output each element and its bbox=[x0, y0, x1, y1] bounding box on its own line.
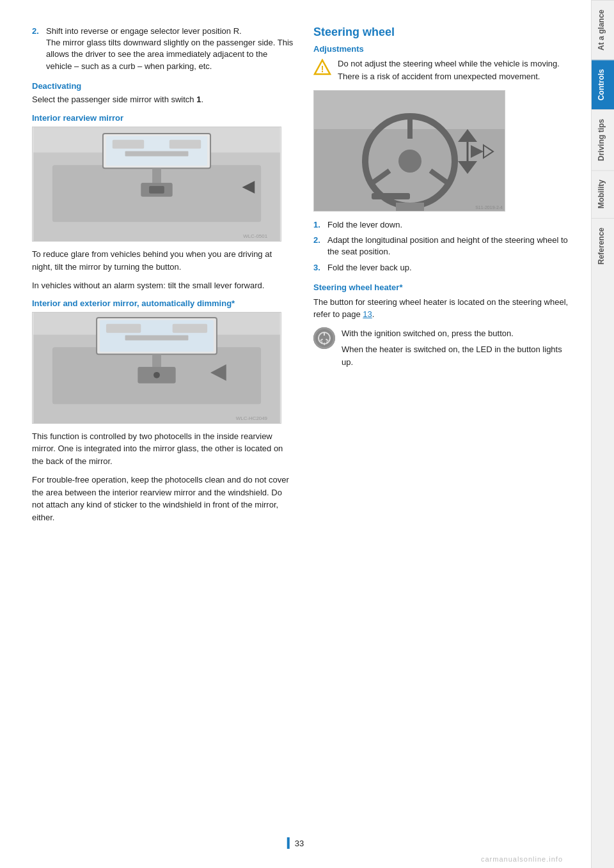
svg-text:S11-2019-2-4: S11-2019-2-4 bbox=[475, 205, 503, 210]
step-2-num: 2. bbox=[32, 26, 42, 72]
auto-dimming-text2: For trouble-free operation, keep the pho… bbox=[32, 474, 294, 523]
sidebar-tab-at-a-glance[interactable]: At a glance bbox=[592, 0, 614, 59]
heater-step1-text: With the ignition switched on, press the… bbox=[342, 327, 572, 340]
step-1: 1. Fold the lever down. bbox=[313, 219, 572, 231]
deactivating-section: Deactivating Select the passenger side m… bbox=[32, 81, 294, 106]
page-footer: 33 bbox=[287, 837, 304, 849]
svg-rect-18 bbox=[106, 324, 141, 333]
heater-button-icon bbox=[313, 327, 335, 349]
steering-wheel-heading: Steering wheel bbox=[313, 26, 572, 39]
watermark: carmanualsonline.info bbox=[481, 855, 563, 863]
warning-icon: ! bbox=[313, 59, 331, 77]
interior-mirror-heading: Interior rearview mirror bbox=[32, 113, 294, 123]
interior-mirror-text1: To reduce glare from vehicles behind you… bbox=[32, 248, 294, 273]
svg-rect-6 bbox=[169, 140, 201, 149]
svg-point-23 bbox=[154, 372, 160, 378]
left-column: 2. Shift into reverse or engage selector… bbox=[32, 26, 294, 842]
svg-point-34 bbox=[398, 150, 421, 173]
warning-box: ! Do not adjust the steering wheel while… bbox=[313, 58, 572, 82]
svg-rect-20 bbox=[125, 335, 189, 340]
deactivating-heading: Deactivating bbox=[32, 81, 294, 91]
deactivating-text: Select the passenger side mirror with sw… bbox=[32, 93, 294, 106]
svg-text:WLC-HC2049: WLC-HC2049 bbox=[236, 415, 268, 421]
heater-page-link[interactable]: 13 bbox=[363, 309, 372, 319]
heater-text1-post: . bbox=[372, 309, 375, 319]
sidebar-tab-mobility[interactable]: Mobility bbox=[592, 170, 614, 217]
sidebar-tab-reference[interactable]: Reference bbox=[592, 218, 614, 274]
svg-rect-21 bbox=[152, 354, 161, 368]
step-2: 2. Adapt the longitudinal position and h… bbox=[313, 235, 572, 258]
svg-rect-19 bbox=[173, 324, 207, 333]
warning-text: Do not adjust the steering wheel while t… bbox=[338, 58, 572, 82]
svg-text:WLC-0501: WLC-0501 bbox=[243, 233, 267, 239]
auto-dimming-svg: WLC-HC2049 bbox=[33, 313, 281, 423]
step-3-text: Fold the lever back up. bbox=[327, 262, 412, 274]
auto-dimming-heading: Interior and exterior mirror, automatica… bbox=[32, 298, 294, 308]
heater-instruction-box: With the ignition switched on, press the… bbox=[313, 327, 572, 375]
svg-rect-5 bbox=[113, 140, 144, 149]
heater-instructions: With the ignition switched on, press the… bbox=[342, 327, 572, 375]
deactivating-text-post: . bbox=[201, 95, 203, 104]
step-2-text: Shift into reverse or engage selector le… bbox=[46, 26, 294, 72]
auto-dimming-text1: This function is controlled by two photo… bbox=[32, 430, 294, 468]
svg-rect-36 bbox=[372, 193, 410, 199]
step-1-num: 1. bbox=[313, 219, 324, 231]
page-num-text: 33 bbox=[295, 839, 304, 848]
right-column: Steering wheel Adjustments ! Do not adju… bbox=[313, 26, 572, 842]
adjustments-heading: Adjustments bbox=[313, 44, 572, 54]
step-1-text: Fold the lever down. bbox=[327, 219, 402, 231]
heater-heading: Steering wheel heater* bbox=[313, 283, 572, 292]
svg-text:!: ! bbox=[321, 64, 324, 74]
step-2-r-num: 2. bbox=[313, 235, 324, 258]
step-3-num: 3. bbox=[313, 262, 324, 274]
heater-step2-text: When the heater is switched on, the LED … bbox=[342, 343, 572, 368]
svg-rect-7 bbox=[125, 151, 189, 157]
page-bar bbox=[287, 837, 290, 849]
sidebar: At a glance Controls Driving tips Mobili… bbox=[591, 0, 614, 868]
deactivating-text-pre: Select the passenger side mirror with sw… bbox=[32, 95, 196, 104]
heater-text1-pre: The button for steering wheel heater is … bbox=[313, 297, 568, 320]
sidebar-tab-driving-tips[interactable]: Driving tips bbox=[592, 109, 614, 170]
interior-mirror-text2: In vehicles without an alarm system: til… bbox=[32, 279, 294, 292]
auto-dimming-image: WLC-HC2049 bbox=[32, 312, 281, 424]
steering-svg: S11-2019-2-4 bbox=[314, 91, 505, 212]
step-2-item: 2. Shift into reverse or engage selector… bbox=[32, 26, 294, 72]
step-2-r-text: Adapt the longitudinal position and heig… bbox=[327, 235, 572, 258]
svg-rect-10 bbox=[149, 186, 164, 194]
svg-rect-35 bbox=[396, 203, 424, 212]
step-3: 3. Fold the lever back up. bbox=[313, 262, 572, 274]
adjustment-steps: 1. Fold the lever down. 2. Adapt the lon… bbox=[313, 219, 572, 274]
steering-adjustment-image: S11-2019-2-4 bbox=[313, 90, 505, 212]
sidebar-tab-controls[interactable]: Controls bbox=[592, 59, 614, 109]
heater-text1: The button for steering wheel heater is … bbox=[313, 296, 572, 321]
interior-mirror-svg: WLC-0501 bbox=[33, 127, 281, 241]
interior-mirror-image: WLC-0501 bbox=[32, 127, 281, 242]
svg-rect-8 bbox=[152, 169, 161, 185]
